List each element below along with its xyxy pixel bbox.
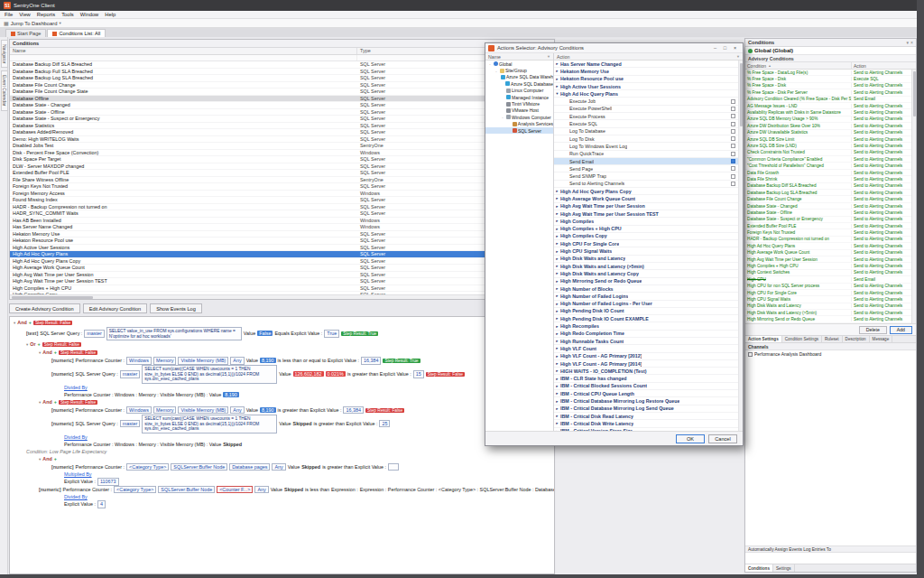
expander-icon[interactable]: ▸: [554, 234, 560, 238]
assigned-action-row[interactable]: High CPU Signal Waits Send to Alerting C…: [745, 296, 916, 303]
expander-icon[interactable]: ▸: [554, 211, 560, 216]
editor-segment[interactable]: SELECT sum(cast((CASE WHEN usecounts = 1…: [142, 365, 277, 384]
editor-row[interactable]: [numeric]Performance Counter :<Category …: [10, 486, 554, 494]
condition-row[interactable]: File Share Witness Offline SentryOne: [10, 177, 554, 184]
assigned-action-row[interactable]: High Avg Wait Time per User Session Send…: [745, 256, 916, 263]
expander-icon[interactable]: ▸: [554, 279, 560, 284]
actions-list-row[interactable]: ▸ High Disk Waits and Latency Copy: [554, 270, 743, 277]
editor-segment[interactable]: Performance Counter :: [76, 358, 125, 363]
expander-icon[interactable]: ▸: [554, 331, 560, 336]
actions-list-row[interactable]: ▸ High VLF Count - AG Primary [2012]: [554, 353, 743, 360]
editor-segment[interactable]: Value: [244, 331, 255, 336]
expander-icon[interactable]: ▸: [554, 69, 560, 73]
actions-list-row[interactable]: ▸ High Number of Failed Logins - Per Use…: [554, 301, 743, 308]
condition-row[interactable]: Hekaton Memory Use SQL Server: [10, 231, 554, 238]
editor-segment[interactable]: SQL Server Query :: [76, 421, 118, 426]
actions-list-row[interactable]: ▸ IBM - Critical CPU Queue Length: [554, 390, 743, 397]
actions-list-row[interactable]: ▸ High CPU Signal Waits: [554, 247, 743, 255]
expander-icon[interactable]: ▸: [554, 204, 560, 209]
expander-icon[interactable]: ▸: [554, 309, 560, 313]
editor-segment[interactable]: Equals Explicit Value :: [274, 331, 322, 336]
actions-list-row[interactable]: Send SNMP Trap: [554, 172, 743, 180]
expander-icon[interactable]: ▸: [554, 61, 560, 66]
editor-segment[interactable]: Step Result: False: [365, 408, 404, 413]
assigned-action-row[interactable]: Database Backup Log SLA Breached Send to…: [745, 190, 916, 196]
condition-row[interactable]: Databases Added/Removed SQL Server: [10, 129, 554, 136]
editor-segment[interactable]: ▾: [39, 400, 41, 405]
auto-filter-row[interactable]: [10, 55, 554, 61]
editor-segment[interactable]: <Category Type>: [126, 463, 169, 471]
editor-row[interactable]: Performance Counter : Windows : Memory :…: [10, 441, 554, 448]
tree-node[interactable]: Azure SQL Database: [485, 80, 553, 87]
editor-segment[interactable]: Skipped: [293, 421, 312, 426]
actions-list-row[interactable]: Log To Disk: [554, 135, 743, 143]
assigned-action-row[interactable]: High CPU For Single Core Send to Alertin…: [745, 290, 916, 296]
expander-icon[interactable]: ▸: [554, 429, 560, 431]
expander-icon[interactable]: ▸: [554, 286, 560, 291]
expander-icon[interactable]: ▸: [554, 264, 560, 268]
expander-icon[interactable]: ▸: [554, 421, 560, 425]
actions-list-row[interactable]: ▸ Hekaton Memory Use: [554, 68, 743, 75]
editor-segment[interactable]: SELECT sum(cast((CASE WHEN usecounts = 1…: [142, 415, 277, 434]
action-checkbox[interactable]: [731, 107, 735, 111]
editor-row[interactable]: [numeric]SQL Server Query :masterSELECT …: [10, 415, 554, 434]
condition-row[interactable]: Database State - Offline SQL Server: [10, 109, 554, 117]
actions-list-row[interactable]: ▸ IBM - Critical Version Store Size: [554, 428, 743, 431]
assigned-action-row[interactable]: Availability Replicas with Disks in Same…: [745, 109, 916, 116]
action-checkbox[interactable]: [731, 182, 735, 186]
editor-segment[interactable]: Divided By: [64, 494, 88, 499]
settings-tab[interactable]: Condition Settings: [782, 336, 822, 342]
editor-row[interactable]: [numeric]Performance Counter :WindowsMem…: [10, 406, 554, 415]
condition-row[interactable]: Database State - Changed SQL Server: [10, 102, 554, 109]
editor-segment[interactable]: 8,190: [260, 358, 276, 363]
edit-advisory-condition-button[interactable]: Edit Advisory Condition: [83, 303, 148, 313]
action-checkbox[interactable]: [731, 159, 735, 163]
expander-icon[interactable]: ▸: [554, 316, 560, 321]
editor-row[interactable]: Divided By: [10, 434, 554, 441]
actions-list-row[interactable]: ▸ IBM - Critical Database Mirroring Log …: [554, 397, 743, 405]
editor-segment[interactable]: Expression :: [331, 487, 358, 492]
assigned-action-row[interactable]: % Free Space - Disk Execute SQL: [745, 76, 916, 82]
add-button[interactable]: Add: [890, 326, 912, 334]
assigned-action-row[interactable]: Database State - Offline Send to Alertin…: [745, 210, 916, 216]
jump-to-dashboard-button[interactable]: Jump To Dashboard: [11, 21, 58, 26]
tree-node[interactable]: - Site/Group: [485, 67, 553, 73]
assigned-action-row[interactable]: "Cost Threshold of Parallelism" Changed …: [745, 163, 916, 169]
filter-icon[interactable]: ▼: [736, 54, 740, 59]
condition-row[interactable]: Disk Space Per Target SQL Server: [10, 156, 554, 163]
assigned-action-row[interactable]: High Average Work Queue Count Send to Al…: [745, 250, 916, 256]
editor-segment[interactable]: False: [257, 331, 273, 336]
condition-row[interactable]: Database State - Suspect or Emergency SQ…: [10, 116, 554, 123]
tree-node[interactable]: Managed Instance: [485, 94, 553, 100]
assigned-action-row[interactable]: Azure DW Unavailable Statistics Send to …: [745, 130, 916, 136]
editor-segment[interactable]: +: [54, 456, 57, 461]
editor-segment[interactable]: Skipped: [284, 487, 303, 492]
editor-segment[interactable]: Value: [279, 371, 291, 377]
editor-row[interactable]: ▾And+: [10, 455, 554, 463]
assigned-action-row[interactable]: Azure SQL DB Size Limit Send to Alerting…: [745, 136, 916, 143]
tree-column-header[interactable]: Name ▼: [485, 53, 553, 61]
assigned-action-row[interactable]: Data File Shrink Send to Alerting Channe…: [745, 176, 916, 182]
condition-row[interactable]: Database Backup Diff SLA Breached SQL Se…: [10, 61, 554, 69]
editor-segment[interactable]: True: [324, 330, 339, 338]
editor-segment[interactable]: Memory: [153, 357, 176, 365]
editor-segment[interactable]: Step Result: False: [42, 342, 81, 347]
condition-row[interactable]: Database File Count Change State SQL Ser…: [10, 89, 554, 96]
editor-segment[interactable]: Step Result: False: [33, 321, 72, 325]
vertical-scrollbar[interactable]: [738, 61, 743, 431]
actions-list-row[interactable]: Execute SQL: [554, 120, 743, 127]
tree-expander-icon[interactable]: -: [494, 69, 499, 73]
dock-bottom-tab[interactable]: Conditions: [745, 564, 773, 572]
editor-segment[interactable]: 4: [97, 500, 106, 508]
editor-segment[interactable]: 110673: [97, 478, 119, 486]
tree-node[interactable]: - Windows Computer: [485, 114, 553, 120]
editor-segment[interactable]: +: [54, 350, 57, 355]
actions-list-row[interactable]: ▸ High Compiles + High CPU: [554, 226, 743, 233]
expander-icon[interactable]: ▸: [554, 377, 560, 381]
editor-segment[interactable]: is greater than Explicit Value :: [314, 421, 378, 426]
editor-segment[interactable]: Performance Counter : Windows : Memory :…: [64, 392, 221, 397]
tree-node[interactable]: Azure SQL Data Warehouse: [485, 74, 553, 80]
editor-segment[interactable]: Multiplied By: [64, 471, 92, 477]
assigned-action-row[interactable]: High CPU Send Email: [745, 276, 916, 283]
editor-segment[interactable]: Step Result: True: [383, 359, 420, 363]
